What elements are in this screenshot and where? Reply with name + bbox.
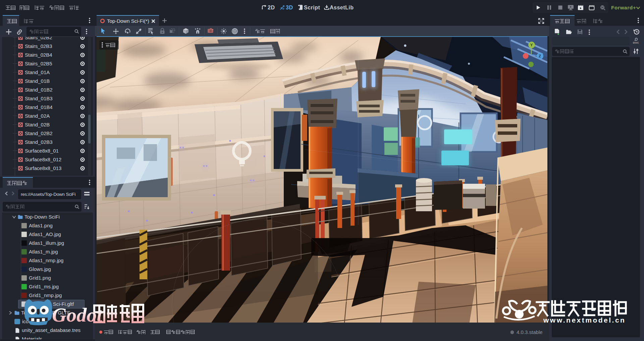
svg-text:Z: Z: [539, 54, 541, 58]
svg-text:Y: Y: [530, 43, 533, 47]
svg-text:DOC: DOC: [633, 41, 639, 44]
